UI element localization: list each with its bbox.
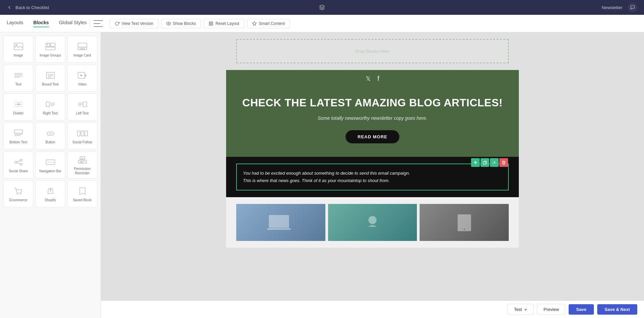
back-button[interactable]: Back to Checklist bbox=[7, 5, 49, 10]
svg-rect-67 bbox=[267, 228, 291, 230]
black-section-inner[interactable]: You had to be excited enough about somet… bbox=[236, 164, 509, 190]
delete-icon bbox=[502, 161, 506, 165]
social-follow-icon bbox=[76, 129, 88, 138]
image-icon bbox=[12, 42, 25, 51]
svg-rect-2 bbox=[212, 22, 213, 23]
block-right-text[interactable]: Right Text bbox=[35, 94, 65, 120]
video-icon bbox=[76, 71, 88, 80]
view-text-btn[interactable]: View Text Version bbox=[110, 19, 158, 28]
copy-button[interactable] bbox=[480, 158, 489, 167]
save-next-button[interactable]: Save & Next bbox=[597, 304, 637, 315]
test-button[interactable]: Test bbox=[507, 304, 534, 315]
drop-zone-text: Drop Blocks Here bbox=[355, 49, 390, 54]
block-image-groups-label: Image Groups bbox=[40, 53, 61, 58]
black-section-text-line2: This is where that news goes. Think of i… bbox=[243, 177, 502, 184]
show-blocks-btn[interactable]: Show Blocks bbox=[161, 19, 201, 28]
block-shopify[interactable]: Shopify bbox=[35, 180, 65, 207]
tab-blocks[interactable]: Blocks bbox=[33, 20, 49, 27]
save-button[interactable]: Save bbox=[569, 304, 594, 315]
ecommerce-icon bbox=[12, 186, 25, 196]
chevron-down-icon bbox=[524, 308, 527, 311]
right-text-icon bbox=[44, 100, 57, 109]
preview-button[interactable]: Preview bbox=[537, 304, 565, 315]
twitter-icon: 𝕏 bbox=[366, 75, 371, 82]
shopify-icon bbox=[44, 186, 57, 196]
block-video[interactable]: Video bbox=[67, 65, 97, 92]
hero-section: CHECK THE LATEST AMAZING BLOG ARTICLES! … bbox=[226, 86, 519, 157]
svg-rect-46 bbox=[85, 131, 87, 136]
drop-zone: Drop Blocks Here bbox=[236, 39, 509, 63]
block-social-share[interactable]: Social Share bbox=[3, 151, 33, 178]
block-text-label: Text bbox=[15, 82, 21, 86]
delete-button[interactable] bbox=[499, 158, 508, 167]
block-image-card-label: Image Card bbox=[73, 53, 91, 58]
block-image-label: Image bbox=[14, 53, 23, 58]
block-bottom-text[interactable]: Bottom Text bbox=[3, 122, 33, 149]
block-bottom-text-label: Bottom Text bbox=[9, 140, 27, 144]
svg-rect-62 bbox=[483, 162, 486, 164]
block-social-follow[interactable]: Social Follow bbox=[67, 122, 97, 149]
svg-point-49 bbox=[20, 163, 22, 165]
svg-line-51 bbox=[17, 163, 20, 164]
surf-illustration bbox=[359, 213, 386, 232]
svg-point-10 bbox=[47, 44, 48, 45]
block-divider[interactable]: Divider bbox=[3, 94, 33, 120]
canvas: Drop Blocks Here 𝕏 f CHECK THE LATEST AM… bbox=[101, 32, 644, 318]
block-button-label: Button bbox=[45, 140, 55, 144]
eye-icon bbox=[166, 21, 171, 26]
sidebar: Image Image Groups bbox=[0, 32, 101, 318]
read-more-button[interactable]: READ MORE bbox=[346, 130, 399, 143]
svg-point-47 bbox=[20, 159, 22, 161]
menu-icon[interactable] bbox=[94, 20, 103, 27]
svg-rect-1 bbox=[209, 22, 211, 23]
social-row: 𝕏 f bbox=[226, 70, 519, 86]
image-grid-section bbox=[226, 197, 519, 248]
block-navigation-bar[interactable]: Navigation Bar bbox=[35, 151, 65, 178]
svg-line-50 bbox=[17, 161, 20, 162]
permission-icon bbox=[76, 155, 88, 165]
chat-button[interactable] bbox=[628, 3, 637, 12]
tab-global-styles[interactable]: Global Styles bbox=[59, 20, 86, 27]
page-title: Newsletter bbox=[602, 5, 622, 10]
move-button[interactable] bbox=[471, 158, 480, 167]
svg-marker-26 bbox=[80, 74, 83, 76]
block-text[interactable]: Text bbox=[3, 65, 33, 92]
saved-block-icon bbox=[76, 186, 88, 196]
block-button[interactable]: Button bbox=[35, 122, 65, 149]
block-saved-block-label: Saved Block bbox=[73, 198, 92, 202]
image-tablet bbox=[420, 204, 509, 241]
smart-content-btn[interactable]: Smart Content bbox=[247, 19, 290, 28]
blocks-grid: Image Image Groups bbox=[3, 36, 97, 207]
text-icon bbox=[12, 71, 25, 80]
social-share-icon bbox=[12, 157, 25, 167]
refresh-icon bbox=[115, 21, 119, 26]
svg-rect-38 bbox=[83, 102, 87, 107]
logo-icon bbox=[319, 4, 325, 10]
svg-point-63 bbox=[494, 162, 495, 163]
block-image[interactable]: Image bbox=[3, 36, 33, 63]
block-nav-bar-label: Navigation Bar bbox=[39, 169, 62, 173]
nav-divider bbox=[90, 20, 90, 28]
svg-point-0 bbox=[168, 23, 169, 24]
svg-rect-66 bbox=[269, 215, 289, 228]
block-image-groups[interactable]: Image Groups bbox=[35, 36, 65, 63]
settings-button[interactable] bbox=[490, 158, 499, 167]
settings-icon bbox=[492, 161, 496, 165]
svg-rect-20 bbox=[46, 72, 55, 78]
block-left-text[interactable]: Left Text bbox=[67, 94, 97, 120]
top-bar-right: Newsletter bbox=[602, 3, 637, 12]
block-image-card[interactable]: Image Card bbox=[67, 36, 97, 63]
block-boxed-text[interactable]: Boxed Text bbox=[35, 65, 65, 92]
block-permission-reminder[interactable]: Permission Reminder bbox=[67, 151, 97, 178]
block-right-text-label: Right Text bbox=[43, 111, 58, 115]
block-video-label: Video bbox=[78, 82, 86, 86]
svg-rect-9 bbox=[50, 43, 55, 46]
block-saved-block[interactable]: Saved Block bbox=[67, 180, 97, 207]
bottom-text-icon bbox=[12, 129, 25, 138]
back-label: Back to Checklist bbox=[15, 5, 49, 10]
block-ecommerce[interactable]: Ecommerce bbox=[3, 180, 33, 207]
hero-title: CHECK THE LATEST AMAZING BLOG ARTICLES! bbox=[240, 96, 505, 109]
reset-layout-btn[interactable]: Reset Layout bbox=[204, 19, 244, 28]
tab-layouts[interactable]: Layouts bbox=[7, 20, 23, 27]
block-boxed-text-label: Boxed Text bbox=[42, 82, 59, 86]
